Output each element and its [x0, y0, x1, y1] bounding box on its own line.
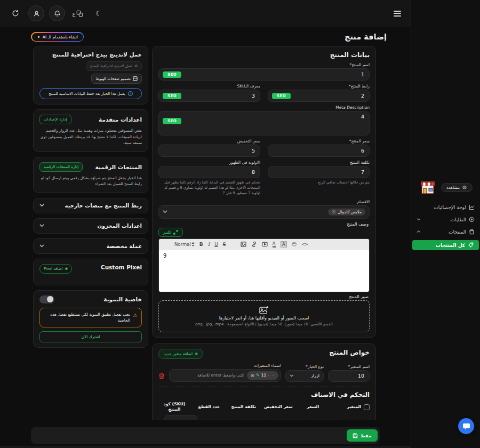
main-area: ع ☾ إضافة منتج انشاء باستخدام الـ AI ✦ ب… [0, 0, 411, 448]
variant-sale-input[interactable]: سعر التخفيض5 [271, 420, 305, 420]
save-bar: حفظ [31, 427, 380, 444]
warning-icon: ⚠ [133, 311, 137, 319]
price-input[interactable] [268, 148, 369, 154]
side-cards-column: عمل لاندينج بيدج احترافية للمنتج ⊘ عمل ل… [33, 46, 148, 420]
eye-icon [462, 186, 467, 189]
priority-input[interactable] [159, 169, 260, 175]
manage-digital-button[interactable]: إدارة المنتجات الرقمية [39, 162, 83, 172]
sidebar-item-orders[interactable]: الطلبات [411, 214, 480, 225]
variants-header-row: المتغير السعر سعر التخفيض تكلفة المنتج ع… [158, 402, 370, 413]
chevron-down-icon [39, 224, 44, 227]
sale-price-label: سعر التخفيض [158, 139, 260, 143]
description-label: وصف المنتج [159, 222, 369, 227]
theme-toggle-button[interactable]: ☾ [91, 5, 107, 21]
custom-currency-collapse[interactable]: عملة مخصصة [33, 238, 148, 254]
expand-button-label: تكبير [163, 230, 171, 235]
manage-settings-button[interactable]: إدارة الإعدادات [39, 115, 71, 124]
sale-price-input[interactable] [159, 148, 260, 154]
values-placeholder: اكتب واضغط enter للاضافة [197, 373, 244, 378]
link-icon[interactable] [251, 242, 257, 247]
chevron-down-icon [39, 244, 44, 247]
remove-value-icon[interactable]: ⊗ [250, 373, 254, 378]
custom-currency-label: عملة مخصصة [107, 243, 142, 249]
category-tag[interactable]: ملابس كاجوال ✕ [328, 209, 365, 215]
variant-name-input[interactable] [294, 373, 369, 379]
editor-content[interactable]: 9 [159, 250, 369, 292]
variants-control-title: التحكم في الاصناف [158, 391, 370, 398]
attributes-title: خواص المنتج [329, 349, 370, 356]
account-button[interactable] [28, 5, 44, 21]
select-all-checkbox[interactable] [364, 404, 370, 410]
cost-input[interactable] [268, 169, 369, 175]
sku-label: معرف الـSKU [158, 84, 260, 89]
seo-badge: SEO [163, 118, 181, 124]
sidebar-item-statistics[interactable]: لوحة الإحصائيات [411, 202, 480, 212]
language-button[interactable]: ع [70, 5, 86, 21]
underline-icon[interactable]: U [214, 242, 218, 247]
external-platforms-collapse[interactable]: ربط المنتج مع منصات خارجية [33, 198, 148, 213]
code-icon[interactable]: <> [301, 242, 307, 247]
camouflage-toggle[interactable] [39, 295, 54, 303]
hamburger-icon [394, 11, 401, 12]
variant-cost-input[interactable]: تكلفة المنتج7 [236, 420, 269, 420]
italic-icon[interactable]: I [208, 242, 210, 247]
value-tag[interactable]: ⊗ ✎ 11 ‹ › [247, 371, 278, 380]
emoji-icon[interactable]: ☺ [292, 242, 297, 247]
ai-create-button[interactable]: انشاء باستخدام الـ AI ✦ [31, 32, 84, 42]
image-dropzone[interactable]: اسحب الصور أو الفيديو وأفلتها هنا، أو ان… [158, 300, 370, 332]
divider [158, 387, 370, 387]
text-color-icon[interactable]: A [273, 241, 276, 247]
variant-values-input[interactable]: ⊗ ✎ 11 ‹ › اكتب واضغط enter للاضافة [169, 369, 281, 382]
topbar: ع ☾ [0, 0, 411, 27]
sidebar-nav: لوحة الإحصائيات الطلبات المنتجات كل ا [411, 202, 480, 250]
view-store-button[interactable]: مشاهدة [441, 183, 473, 192]
edit-value-icon[interactable]: ✎ [256, 373, 260, 378]
content: بيانات المنتج اسم المنتج* SEO رابط المنت… [0, 45, 411, 420]
save-button[interactable]: حفظ [347, 429, 378, 442]
camouflage-warning: ⚠ يجب تفعيل تطبيق التموية لكي تستطيع تفع… [39, 308, 142, 327]
sidebar-item-all-products[interactable]: كل المنتجات [412, 240, 479, 250]
sidebar-item-products[interactable]: المنتجات [411, 227, 480, 237]
variant-price-input[interactable]: السعر6 [307, 420, 340, 420]
strikethrough-icon[interactable]: S [223, 242, 226, 247]
video-icon[interactable] [262, 242, 268, 247]
chevron-down-icon [290, 374, 294, 377]
product-name-input[interactable] [159, 71, 369, 77]
notifications-button[interactable] [49, 5, 65, 21]
meta-description-field: Meta Description 4 SEO [158, 105, 370, 135]
variant-row: 11 السعر6 سعر التخفيض5 تكلفة المنتج7 عدد… [158, 415, 370, 420]
product-name-field: اسم المنتج* SEO [158, 62, 370, 81]
add-variant-button[interactable]: ⊕ اضافة متغير جديد [158, 349, 203, 359]
add-pixel-button[interactable]: ⊕ اضافة Pixel [39, 264, 72, 274]
digital-title: المنتجات الرقمية [95, 164, 142, 170]
prohibit-icon: ⊘ [134, 64, 138, 68]
menu-button[interactable] [391, 9, 403, 19]
categories-select[interactable]: ملابس كاجوال ✕ [158, 205, 370, 219]
variant-sku-input[interactable]: (SKU) كود المنتج13 [164, 415, 197, 420]
chat-button[interactable] [458, 418, 474, 434]
sku-field: معرف الـSKU SEO [158, 84, 260, 102]
refresh-button[interactable] [7, 5, 23, 21]
variant-name-field: اسم المتغير* [328, 364, 370, 382]
image-icon[interactable] [241, 242, 246, 247]
variant-qty-input[interactable]: عدد القطع12 [200, 420, 233, 420]
cost-field: تكلفة المنتج يتم من خلالها احتساب صافي ا… [268, 160, 370, 196]
delete-variant-button[interactable] [158, 372, 165, 379]
tag-icon [468, 242, 474, 248]
bg-color-icon[interactable]: A [281, 241, 287, 247]
language-letter: ع [73, 11, 76, 17]
column-variant: المتغير [343, 404, 361, 410]
bold-icon[interactable]: B [199, 242, 203, 247]
design-landing-button[interactable]: تصميم صفحات الهبوط [91, 74, 142, 84]
format-select[interactable]: Normal [174, 242, 195, 247]
variant-name-label: اسم المتغير* [328, 364, 370, 369]
category-tag-label: ملابس كاجوال [338, 210, 362, 214]
bag-icon [469, 229, 475, 235]
user-icon [33, 10, 41, 18]
expand-editor-button[interactable]: تكبير [158, 228, 183, 237]
remove-tag-icon[interactable]: ✕ [332, 210, 336, 214]
create-landing-button[interactable]: ⊘ عمل لاندينج احترافية للمنتج [86, 61, 142, 71]
meta-description-input[interactable]: 4 [159, 111, 369, 135]
inventory-settings-collapse[interactable]: اعدادات المخزون [33, 218, 148, 234]
subscribe-button[interactable]: اشترك الان [39, 331, 142, 342]
